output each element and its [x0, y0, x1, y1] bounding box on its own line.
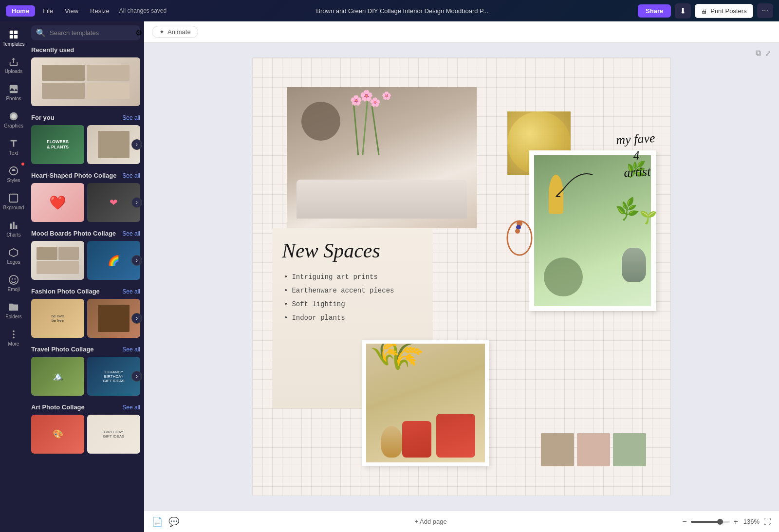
zoom-slider-fill [691, 521, 719, 523]
boho-photo[interactable]: 🌾 🌾 [362, 340, 489, 466]
heart-next-button[interactable]: › [131, 197, 142, 208]
mood-grid: 🌈 [31, 241, 140, 280]
svg-rect-2 [10, 35, 13, 38]
sidebar-item-templates[interactable]: Templates [2, 25, 25, 51]
canvas-area: ✦ Animate ⧉ ⤢ [144, 21, 779, 532]
fashion-see-all[interactable]: See all [122, 288, 140, 295]
art-header: Art Photo Collage See all [31, 404, 140, 411]
moodboard-canvas[interactable]: 🌸 🌸 🌸 🌸 🌿 [252, 57, 671, 496]
svg-point-11 [13, 330, 15, 332]
heart-grid: ❤️ ❤ [31, 183, 140, 222]
travel-grid: 🏔️ 23 HANDYBIRTHDAYGIFT IDEAS [31, 357, 140, 396]
canvas-scroll[interactable]: ⧉ ⤢ 🌸 [144, 43, 779, 511]
sidebar-item-text[interactable]: Text [2, 134, 25, 160]
arch-decoration [505, 219, 534, 259]
zoom-in-button[interactable]: + [734, 517, 738, 526]
main-photo[interactable]: 🌸 🌸 🌸 🌸 [287, 87, 477, 228]
svg-point-12 [13, 333, 15, 335]
printer-icon: 🖨 [701, 7, 707, 15]
recently-used-grid [31, 57, 140, 106]
sidebar-item-uploads[interactable]: Uploads [2, 53, 25, 78]
search-input[interactable] [50, 29, 131, 37]
add-page-button[interactable]: + Add page [415, 518, 447, 525]
sidebar-item-more[interactable]: More [2, 325, 25, 350]
resize-menu[interactable]: Resize [86, 5, 113, 17]
travel-template-1[interactable]: 🏔️ [31, 357, 84, 396]
heart-see-all[interactable]: See all [122, 172, 140, 179]
heart-collage-header: Heart-Shaped Photo Collage See all [31, 172, 140, 179]
comments-icon[interactable]: 💬 [168, 516, 179, 527]
for-you-see-all[interactable]: See all [122, 114, 140, 121]
fashion-section: Fashion Photo Collage See all be lovebe … [31, 288, 140, 338]
template-item-1[interactable]: FLOWERS& PLANTS [31, 125, 84, 164]
fashion-next-button[interactable]: › [131, 313, 142, 324]
zoom-value: 136% [742, 518, 760, 525]
zoom-out-button[interactable]: − [682, 517, 686, 526]
print-button[interactable]: 🖨 Print Posters [695, 4, 753, 18]
bottom-bar: 📄 💬 + Add page − + 136% ⛶ [144, 511, 779, 532]
copy-icon[interactable]: ⧉ [756, 49, 761, 58]
art-template-2[interactable]: BIRTHDAYGIFT IDEAS [87, 415, 140, 454]
travel-next-button[interactable]: › [131, 371, 142, 382]
mood-next-button[interactable]: › [131, 255, 142, 266]
art-template-1[interactable]: 🎨 [31, 415, 84, 454]
svg-point-17 [515, 229, 520, 234]
search-bar[interactable]: 🔍 ⚙ [31, 25, 140, 40]
swatch-pink[interactable] [577, 433, 610, 466]
template-item[interactable] [31, 57, 140, 106]
swatch-tan[interactable] [541, 433, 574, 466]
fashion-grid: be lovebe free [31, 299, 140, 338]
sidebar-item-background[interactable]: Bkground [2, 189, 25, 214]
mood-template-1[interactable] [31, 241, 84, 280]
for-you-title: For you [31, 114, 55, 121]
sidebar-item-graphics[interactable]: Graphics [2, 107, 25, 132]
fashion-header: Fashion Photo Collage See all [31, 288, 140, 295]
travel-section: Travel Photo Collage See all 🏔️ 23 HANDY… [31, 346, 140, 396]
svg-point-10 [14, 278, 16, 280]
sidebar-item-photos[interactable]: Photos [2, 80, 25, 105]
svg-rect-7 [10, 194, 18, 202]
zoom-slider-thumb[interactable] [717, 519, 723, 525]
for-you-grid: FLOWERS& PLANTS [31, 125, 140, 164]
for-you-grid-wrap: FLOWERS& PLANTS › [31, 125, 140, 164]
file-menu[interactable]: File [39, 5, 57, 17]
sidebar-item-folders[interactable]: Folders [2, 298, 25, 323]
mood-see-all[interactable]: See all [122, 230, 140, 237]
more-options-button[interactable]: ··· [757, 3, 773, 18]
heart-collage-section: Heart-Shaped Photo Collage See all ❤️ ❤ [31, 172, 140, 222]
fashion-template-1[interactable]: be lovebe free [31, 299, 84, 338]
art-see-all[interactable]: See all [122, 404, 140, 411]
fullscreen-button[interactable]: ⛶ [763, 517, 771, 526]
swatch-sage[interactable] [613, 433, 646, 466]
main-layout: Templates Uploads Photos Graphics Text S… [0, 21, 779, 532]
heart-template-1[interactable]: ❤️ [31, 183, 84, 222]
art-title: Art Photo Collage [31, 404, 85, 411]
templates-panel: 🔍 ⚙ Recently used [27, 21, 144, 532]
sidebar-item-charts[interactable]: Charts [2, 216, 25, 241]
for-you-header: For you See all [31, 114, 140, 121]
animate-star-icon: ✦ [159, 28, 165, 36]
svg-point-9 [12, 278, 13, 280]
mood-boards-title: Mood Boards Photo Collage [31, 230, 116, 237]
filter-icon[interactable]: ⚙ [135, 28, 142, 37]
canvas-corner-icons: ⧉ ⤢ [756, 49, 771, 58]
sidebar-item-emoji[interactable]: Emoji [2, 271, 25, 296]
zoom-controls: − + 136% ⛶ [682, 517, 771, 526]
sidebar-item-styles[interactable]: Styles [2, 162, 25, 187]
home-button[interactable]: Home [6, 5, 35, 17]
for-you-next-button[interactable]: › [131, 139, 142, 150]
heart-grid-wrap: ❤️ ❤ › [31, 183, 140, 222]
sidebar-item-logos[interactable]: Logos [2, 243, 25, 269]
art-grid: 🎨 BIRTHDAYGIFT IDEAS [31, 415, 140, 454]
view-menu[interactable]: View [61, 5, 82, 17]
zoom-slider[interactable] [691, 521, 730, 523]
expand-icon[interactable]: ⤢ [765, 49, 771, 58]
for-you-section: For you See all FLOWERS& PLANTS [31, 114, 140, 164]
svg-point-13 [13, 337, 15, 339]
download-button[interactable]: ⬇ [675, 3, 691, 18]
share-button[interactable]: Share [638, 4, 671, 18]
pages-icon[interactable]: 📄 [152, 516, 163, 527]
animate-button[interactable]: ✦ Animate [152, 26, 198, 38]
travel-see-all[interactable]: See all [122, 346, 140, 353]
recently-used-section: Recently used [31, 46, 140, 106]
